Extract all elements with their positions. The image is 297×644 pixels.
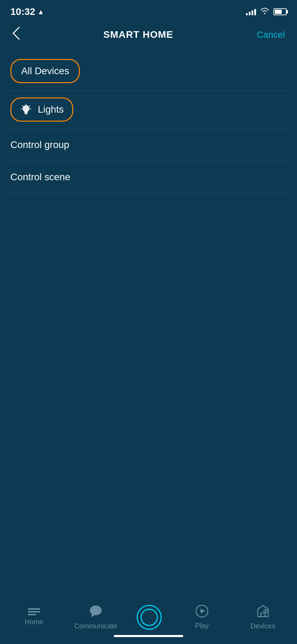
nav-play-label: Play [195, 622, 209, 630]
control-scene-label: Control scene [10, 172, 70, 183]
bulb-icon [20, 103, 32, 116]
cancel-button[interactable]: Cancel [255, 28, 287, 42]
control-scene-item[interactable]: Control scene [0, 161, 297, 193]
control-group-item[interactable]: Control group [0, 129, 297, 161]
nav-play[interactable]: Play [181, 604, 223, 630]
nav-alexa[interactable] [137, 605, 162, 630]
all-devices-item[interactable]: All Devices [0, 52, 297, 90]
nav-devices-label: Devices [251, 622, 275, 630]
home-indicator [114, 635, 183, 637]
location-icon: ▲ [37, 8, 44, 16]
wifi-icon [260, 7, 269, 16]
nav-home[interactable]: Home [13, 608, 55, 626]
back-button[interactable] [10, 25, 22, 44]
alexa-inner-circle [141, 609, 158, 626]
divider-4 [7, 193, 290, 193]
svg-point-0 [23, 105, 29, 112]
play-icon [195, 604, 209, 619]
control-group-label: Control group [10, 139, 69, 150]
header: SMART HOME Cancel [0, 21, 297, 49]
nav-devices[interactable]: Devices [242, 604, 284, 630]
status-time: 10:32 ▲ [10, 6, 44, 17]
communicate-icon [88, 604, 103, 619]
page-title: SMART HOME [103, 29, 173, 40]
svg-point-1 [90, 606, 102, 615]
signal-bars-icon [246, 8, 256, 15]
status-icons [246, 7, 287, 16]
lights-item[interactable]: Lights [0, 90, 297, 129]
nav-items: Home Communicate [0, 604, 297, 630]
nav-home-label: Home [25, 618, 43, 626]
nav-communicate[interactable]: Communicate [74, 604, 117, 630]
all-devices-label: All Devices [21, 66, 69, 77]
menu-container: All Devices Lights Control group Control… [0, 49, 297, 197]
lights-label: Lights [38, 104, 64, 115]
alexa-circle-icon [137, 605, 162, 630]
nav-communicate-label: Communicate [74, 622, 117, 630]
status-bar: 10:32 ▲ [0, 0, 297, 21]
devices-icon [256, 604, 270, 619]
battery-icon [273, 8, 287, 15]
home-icon [28, 608, 40, 615]
bottom-nav: Home Communicate [0, 597, 297, 644]
